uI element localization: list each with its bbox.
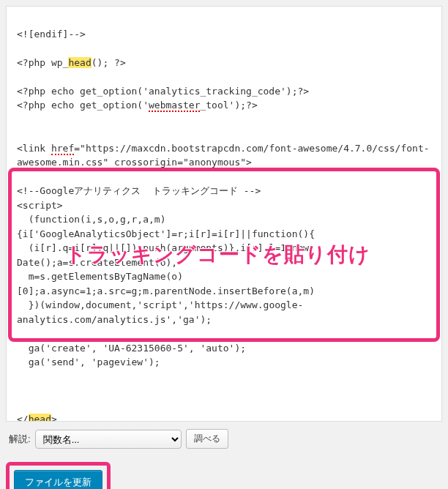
code-content: <![endif]--> <?php wp_head(); ?> <?php e… (17, 27, 431, 422)
update-button-highlight-box: ファイルを更新 (6, 462, 111, 489)
function-name-select[interactable]: 関数名... (35, 430, 182, 449)
documentation-row: 解説: 関数名... 調べる (6, 422, 442, 462)
update-file-button[interactable]: ファイルを更新 (14, 470, 102, 489)
documentation-label: 解説: (9, 433, 31, 446)
code-editor[interactable]: <![endif]--> <?php wp_head(); ?> <?php e… (6, 6, 442, 422)
lookup-button[interactable]: 調べる (186, 429, 228, 449)
